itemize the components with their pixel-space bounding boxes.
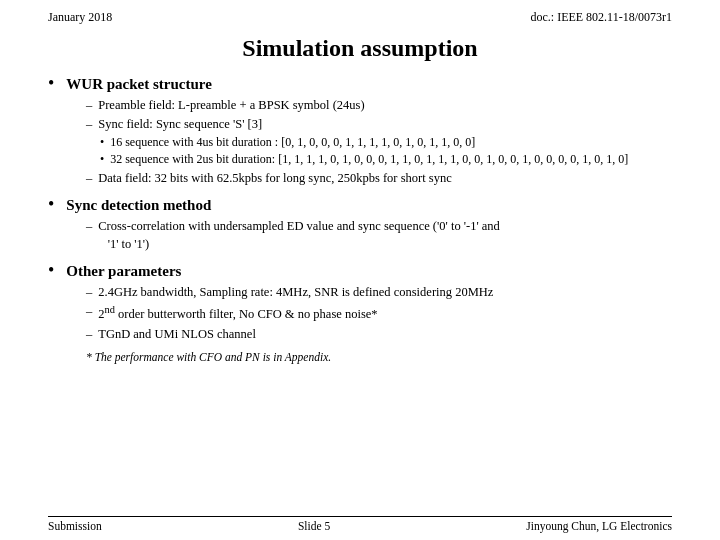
- sub-item-text-2-1: 2nd order butterworth filter, No CFO & n…: [98, 302, 377, 323]
- section-0: •WUR packet structure–Preamble field: L-…: [48, 74, 672, 187]
- sub-item-0-1: –Sync field: Sync sequence 'S' [3]: [86, 115, 672, 133]
- sub-sub-list-0-1: •16 sequence with 4us bit duration : [0,…: [100, 134, 672, 168]
- page-title: Simulation assumption: [48, 35, 672, 62]
- dash-0-2: –: [86, 169, 92, 187]
- bullet-0: •: [48, 74, 54, 92]
- footer-left: Submission: [48, 520, 102, 532]
- section-2: •Other parameters–2.4GHz bandwidth, Samp…: [48, 261, 672, 343]
- sub-list-0: –Preamble field: L-preamble + a BPSK sym…: [86, 96, 672, 187]
- sub-item-2-1: –2nd order butterworth filter, No CFO & …: [86, 302, 672, 323]
- sub-item-2-0: –2.4GHz bandwidth, Sampling rate: 4MHz, …: [86, 283, 672, 301]
- section-title-1: Sync detection method: [66, 197, 211, 214]
- sub-item-text-1-0: Cross-correlation with undersampled ED v…: [98, 217, 500, 253]
- section-header-2: •Other parameters: [48, 261, 672, 280]
- dash-2-0: –: [86, 283, 92, 301]
- page: January 2018 doc.: IEEE 802.11-18/0073r1…: [0, 0, 720, 540]
- footer-center: Slide 5: [298, 520, 330, 532]
- section-header-1: •Sync detection method: [48, 195, 672, 214]
- section-header-0: •WUR packet structure: [48, 74, 672, 93]
- dash-1-0: –: [86, 217, 92, 253]
- bullet-2: •: [48, 261, 54, 279]
- sub-sub-text-0-1-1: 32 sequence with 2us bit duration: [1, 1…: [110, 151, 628, 168]
- header: January 2018 doc.: IEEE 802.11-18/0073r1: [48, 0, 672, 29]
- sub-item-text-2-2: TGnD and UMi NLOS channel: [98, 325, 256, 343]
- footer: Submission Slide 5 Jinyoung Chun, LG Ele…: [48, 516, 672, 532]
- sub-item-text-2-0: 2.4GHz bandwidth, Sampling rate: 4MHz, S…: [98, 283, 493, 301]
- header-left: January 2018: [48, 10, 112, 25]
- dash-2-2: –: [86, 325, 92, 343]
- section-title-0: WUR packet structure: [66, 76, 212, 93]
- header-right: doc.: IEEE 802.11-18/0073r1: [530, 10, 672, 25]
- sub-item-0-0: –Preamble field: L-preamble + a BPSK sym…: [86, 96, 672, 114]
- sub-sub-item-0-1-1: •32 sequence with 2us bit duration: [1, …: [100, 151, 672, 168]
- dash-0-0: –: [86, 96, 92, 114]
- sub-item-text-0-2: Data field: 32 bits with 62.5kpbs for lo…: [98, 169, 451, 187]
- sub-list-2: –2.4GHz bandwidth, Sampling rate: 4MHz, …: [86, 283, 672, 343]
- section-1: •Sync detection method–Cross-correlation…: [48, 195, 672, 253]
- content: •WUR packet structure–Preamble field: L-…: [48, 74, 672, 343]
- sub-sub-item-0-1-0: •16 sequence with 4us bit duration : [0,…: [100, 134, 672, 151]
- sub-item-text-0-0: Preamble field: L-preamble + a BPSK symb…: [98, 96, 364, 114]
- section-title-2: Other parameters: [66, 263, 181, 280]
- sub-item-0-2: –Data field: 32 bits with 62.5kpbs for l…: [86, 169, 672, 187]
- footnote: * The performance with CFO and PN is in …: [86, 351, 672, 363]
- dash-0-1: –: [86, 115, 92, 133]
- sub-item-2-2: –TGnD and UMi NLOS channel: [86, 325, 672, 343]
- sub-item-1-0: –Cross-correlation with undersampled ED …: [86, 217, 672, 253]
- sub-list-1: –Cross-correlation with undersampled ED …: [86, 217, 672, 253]
- sub-sub-text-0-1-0: 16 sequence with 4us bit duration : [0, …: [110, 134, 475, 151]
- footer-right: Jinyoung Chun, LG Electronics: [526, 520, 672, 532]
- dash-2-1: –: [86, 302, 92, 323]
- dot-0-1-1: •: [100, 151, 104, 168]
- dot-0-1-0: •: [100, 134, 104, 151]
- bullet-1: •: [48, 195, 54, 213]
- sub-item-text-0-1: Sync field: Sync sequence 'S' [3]: [98, 115, 262, 133]
